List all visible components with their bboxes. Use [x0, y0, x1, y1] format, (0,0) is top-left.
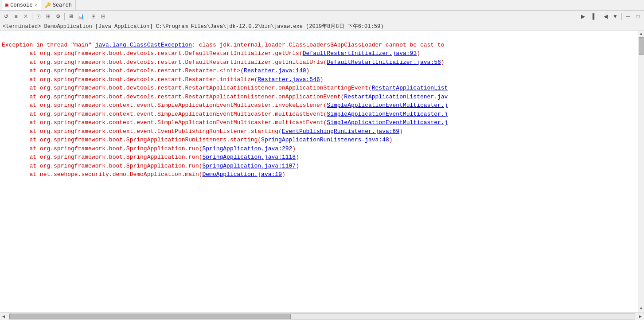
- stack-link-6[interactable]: RestartApplicationListener.jav: [344, 94, 448, 100]
- stack-suffix-1: ): [417, 50, 420, 57]
- stack-line-5: at org.springframework.boot.devtools.res…: [2, 85, 372, 91]
- maximize-button[interactable]: □: [633, 12, 642, 21]
- scroll-down-arrow[interactable]: ▼: [638, 306, 644, 312]
- stack-line-4: at org.springframework.boot.devtools.res…: [2, 76, 258, 83]
- stack-suffix-13: ): [296, 154, 299, 160]
- stack-line-14: at org.springframework.boot.SpringApplic…: [2, 163, 203, 169]
- stack-link-10[interactable]: EventPublishingRunListener.java:69: [282, 128, 399, 135]
- stack-line-11: at org.springframework.boot.SpringApplic…: [2, 137, 261, 143]
- scroll-thumb[interactable]: [639, 37, 644, 55]
- properties-button[interactable]: ⚙: [54, 12, 62, 21]
- stack-line-3: at org.springframework.boot.devtools.res…: [2, 67, 244, 74]
- stack-link-4[interactable]: Restarter.java:546: [258, 76, 320, 83]
- stack-link-1[interactable]: DefaultRestartInitializer.java:93: [303, 50, 417, 57]
- exception-link-classcast[interactable]: java.lang.ClassCastException: [95, 42, 192, 48]
- paste-button[interactable]: ⊞: [44, 12, 53, 21]
- scroll-right-arrow[interactable]: ▶: [637, 313, 644, 320]
- status-text: <terminated> DemoApplication [Java Appli…: [3, 23, 383, 30]
- exception-line-1: Exception in thread "main": [2, 42, 95, 48]
- terminate-button[interactable]: ✕: [21, 12, 30, 21]
- toolbar-sep-1: [32, 13, 32, 20]
- stack-link-14[interactable]: SpringApplication.java:1107: [203, 163, 296, 169]
- horizontal-scroll-thumb[interactable]: [9, 314, 291, 319]
- toolbar: ↺ ■ ✕ ⊡ ⊞ ⚙ 🖥 📊 ⊞ ⊟ ▶ ▐ ◀ ▼ ─ □: [0, 11, 644, 22]
- stop-button[interactable]: ■: [12, 12, 20, 21]
- toolbar-left: ↺ ■ ✕ ⊡ ⊞ ⚙ 🖥 📊 ⊞ ⊟: [2, 12, 108, 21]
- vertical-scrollbar[interactable]: ▲ ▼: [638, 31, 644, 312]
- monitor2-button[interactable]: 📊: [76, 12, 85, 21]
- tab-console[interactable]: ▣ Console ✕: [2, 0, 41, 10]
- toolbar-sep-4: [599, 13, 599, 20]
- stack-suffix-10: ): [399, 128, 403, 135]
- scroll-left-arrow[interactable]: ◀: [0, 313, 7, 320]
- layout1-button[interactable]: ⊞: [89, 12, 98, 21]
- stack-link-12[interactable]: SpringApplication.java:292: [203, 145, 293, 152]
- stack-link-3[interactable]: Restarter.java:140: [244, 67, 306, 74]
- stack-link-5[interactable]: RestartApplicationList: [372, 85, 448, 91]
- console-tab-close[interactable]: ✕: [35, 3, 37, 8]
- search-tab-label: Search: [53, 2, 72, 8]
- toolbar-sep-3: [87, 13, 87, 20]
- layout2-button[interactable]: ⊟: [99, 12, 108, 21]
- stack-line-7: at org.springframework.context.event.Sim…: [2, 102, 327, 109]
- prev-button[interactable]: ◀: [601, 12, 610, 21]
- console-tab-icon: ▣: [5, 2, 8, 8]
- stack-suffix-12: ): [292, 145, 296, 152]
- copy-button[interactable]: ⊡: [34, 12, 43, 21]
- console-tab-label: Console: [10, 2, 32, 8]
- stack-suffix-14: ): [296, 163, 299, 169]
- stack-suffix-15: ): [282, 171, 285, 178]
- stack-link-11[interactable]: SpringApplicationRunListeners.java:48: [261, 137, 389, 143]
- stack-link-15[interactable]: DemoApplication.java:19: [203, 171, 282, 178]
- stack-link-9[interactable]: SimpleApplicationEventMulticaster.j: [327, 119, 448, 126]
- status-bar: <terminated> DemoApplication [Java Appli…: [0, 22, 644, 31]
- toolbar-sep-5: [621, 13, 622, 20]
- console-output[interactable]: Exception in thread "main" java.lang.Cla…: [0, 31, 638, 312]
- stack-line-8: at org.springframework.context.event.Sim…: [2, 111, 327, 117]
- refresh-button[interactable]: ↺: [2, 12, 11, 21]
- main-area: Exception in thread "main" java.lang.Cla…: [0, 31, 644, 312]
- stack-line-6: at org.springframework.boot.devtools.res…: [2, 94, 344, 100]
- stack-line-15: at net.seehope.security.demo.DemoApplica…: [2, 171, 203, 178]
- minimize-button[interactable]: ─: [624, 12, 632, 21]
- monitor1-button[interactable]: 🖥: [66, 12, 75, 21]
- scroll-thumb-area: [638, 37, 644, 306]
- stack-suffix-4: ): [320, 76, 324, 83]
- stack-link-13[interactable]: SpringApplication.java:1118: [203, 154, 296, 160]
- tab-search[interactable]: 🔑 Search: [41, 0, 76, 10]
- stack-line-2: at org.springframework.boot.devtools.res…: [2, 59, 327, 66]
- bottom-bar: ◀ ▶: [0, 312, 644, 320]
- exception-msg: : class jdk.internal.loader.ClassLoaders…: [192, 42, 445, 48]
- stack-line-12: at org.springframework.boot.SpringApplic…: [2, 145, 203, 152]
- scroll-up-arrow[interactable]: ▲: [638, 31, 644, 37]
- stack-link-7[interactable]: SimpleApplicationEventMulticaster.j: [327, 102, 448, 109]
- stack-line-13: at org.springframework.boot.SpringApplic…: [2, 154, 203, 160]
- stack-link-2[interactable]: DefaultRestartInitializer.java:56: [327, 59, 441, 66]
- title-bar: ▣ Console ✕ 🔑 Search: [0, 0, 644, 11]
- stack-suffix-3: ): [306, 67, 310, 74]
- stack-suffix-11: ): [389, 137, 393, 143]
- open-button[interactable]: ▶: [578, 12, 587, 21]
- stack-link-8[interactable]: SimpleApplicationEventMulticaster.j: [327, 111, 448, 117]
- toolbar-sep-2: [64, 13, 65, 20]
- search-tab-icon: 🔑: [45, 2, 51, 8]
- stack-line-1: at org.springframework.boot.devtools.res…: [2, 50, 303, 57]
- col-button[interactable]: ▐: [588, 12, 597, 21]
- horizontal-scroll-track[interactable]: [9, 313, 635, 320]
- dropdown-button[interactable]: ▼: [611, 12, 620, 21]
- toolbar-right: ▶ ▐ ◀ ▼ ─ □: [578, 12, 642, 21]
- tab-bar: ▣ Console ✕ 🔑 Search: [2, 0, 76, 10]
- stack-suffix-2: ): [441, 59, 445, 66]
- stack-line-9: at org.springframework.context.event.Sim…: [2, 119, 327, 126]
- stack-line-10: at org.springframework.context.event.Eve…: [2, 128, 282, 135]
